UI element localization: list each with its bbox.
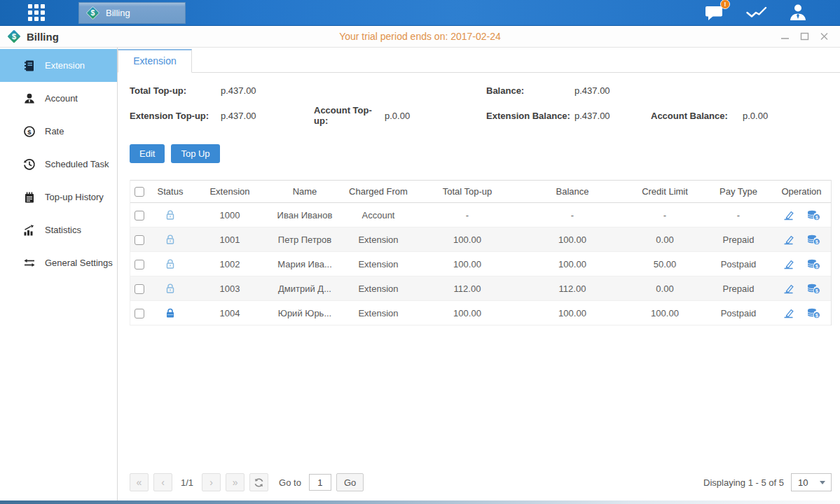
column-header-status: Status: [149, 186, 192, 197]
row-checkbox[interactable]: [135, 284, 144, 294]
sliders-icon: [23, 257, 36, 270]
table-body: 1000Иван ИвановAccount----$1001Петр Петр…: [130, 203, 831, 326]
app-grid-button[interactable]: [0, 0, 73, 25]
top-up-row-icon[interactable]: $: [806, 258, 821, 270]
first-page-button[interactable]: «: [130, 473, 149, 491]
billing-diamond-icon: $: [85, 6, 100, 20]
messages-button[interactable]: !: [705, 4, 725, 22]
ledger-icon: [23, 59, 36, 72]
column-header-operation: Operation: [772, 186, 831, 197]
summary-value: p.0.00: [385, 111, 486, 121]
page-size-select[interactable]: 10: [791, 473, 832, 491]
window-title-bar: $ Billing Your trial period ends on: 201…: [0, 26, 840, 48]
person-icon: [23, 92, 36, 105]
edit-row-icon[interactable]: [783, 283, 794, 294]
notification-badge: !: [720, 0, 730, 9]
taskbar-tab-billing[interactable]: $ Billing: [78, 2, 186, 24]
top-up-row-icon[interactable]: $: [806, 234, 821, 246]
tab-bar: Extension: [118, 49, 840, 73]
cell-charged-from: Extension: [342, 284, 415, 294]
cell-name: Дмитрий Д...: [268, 284, 342, 294]
top-up-row-icon[interactable]: $: [806, 283, 821, 295]
status-lock-open-icon: [149, 234, 192, 245]
cell-balance: 100.00: [520, 234, 625, 245]
sidebar-item-label: Account: [45, 93, 78, 104]
cell-credit-limit: 50.00: [625, 259, 705, 270]
cell-credit-limit: 0.00: [625, 284, 705, 294]
sidebar-item-label: Rate: [45, 126, 64, 136]
account-menu-button[interactable]: [788, 4, 808, 22]
bar-chart-icon: [23, 224, 36, 237]
minimize-button[interactable]: [780, 32, 790, 41]
line-chart-icon: [746, 4, 767, 21]
toolbar: Edit Top Up: [130, 144, 840, 163]
column-header-pay-type: Pay Type: [705, 186, 772, 197]
cell-charged-from: Extension: [342, 308, 415, 318]
sidebar-item-scheduled-task[interactable]: Scheduled Task: [0, 148, 117, 181]
summary-label: Account Top-up:: [314, 105, 385, 126]
summary-value: p.437.00: [574, 85, 651, 96]
row-checkbox[interactable]: [135, 260, 144, 270]
table-row: 1003Дмитрий Д...Extension112.00112.000.0…: [130, 276, 831, 301]
row-checkbox[interactable]: [135, 235, 144, 245]
summary-label: Extension Balance:: [486, 111, 574, 121]
summary-value: p.437.00: [574, 111, 651, 121]
notebook-icon: [23, 191, 36, 204]
prev-page-button[interactable]: ‹: [153, 473, 172, 491]
status-lock-closed-icon: [149, 307, 192, 318]
summary-panel: Total Top-up: p.437.00 Balance: p.437.00…: [130, 85, 832, 126]
bottom-edge-strip: [0, 500, 840, 504]
column-header-charged-from: Charged From: [342, 186, 415, 197]
sidebar-item-rate[interactable]: $ Rate: [0, 115, 117, 148]
tab-extension[interactable]: Extension: [118, 49, 192, 73]
column-header-extension: Extension: [192, 186, 268, 197]
cell-name: Иван Иванов: [268, 210, 342, 220]
cell-name: Мария Ива...: [268, 259, 342, 270]
maximize-button[interactable]: [800, 32, 809, 41]
sidebar-item-label: Statistics: [45, 225, 81, 235]
go-button[interactable]: Go: [336, 473, 364, 491]
window-title: Billing: [27, 31, 59, 43]
edit-button[interactable]: Edit: [130, 144, 165, 163]
column-header-balance: Balance: [520, 186, 625, 197]
sidebar-item-extension[interactable]: Extension: [0, 49, 117, 82]
summary-value: p.0.00: [743, 111, 832, 121]
extension-table: Status Extension Name Charged From Total…: [130, 180, 832, 326]
cell-operation: $: [772, 307, 831, 319]
sidebar-item-label: Scheduled Task: [45, 159, 109, 169]
app-grid-icon: [28, 4, 45, 21]
top-up-row-icon[interactable]: $: [806, 307, 821, 319]
select-all-checkbox[interactable]: [135, 187, 144, 197]
reports-button[interactable]: [746, 4, 767, 21]
top-up-button[interactable]: Top Up: [171, 144, 219, 163]
cell-charged-from: Extension: [342, 259, 415, 270]
sidebar-item-topup-history[interactable]: Top-up History: [0, 181, 117, 214]
user-icon: [788, 4, 808, 22]
refresh-icon: [254, 477, 264, 488]
cell-name: Петр Петров: [268, 234, 342, 245]
edit-row-icon[interactable]: [783, 234, 794, 245]
cell-operation: $: [772, 209, 831, 221]
close-button[interactable]: [820, 32, 829, 41]
edit-row-icon[interactable]: [783, 258, 794, 270]
sidebar-item-general-settings[interactable]: General Settings: [0, 246, 117, 279]
cell-extension: 1002: [192, 259, 268, 270]
sidebar-item-statistics[interactable]: Statistics: [0, 214, 117, 246]
refresh-button[interactable]: [249, 473, 268, 491]
table-row: 1002Мария Ива...Extension100.00100.0050.…: [130, 252, 831, 276]
cell-pay-type: -: [705, 210, 772, 220]
displaying-label: Displaying 1 - 5 of 5: [703, 477, 784, 488]
page-indicator: 1/1: [181, 477, 193, 488]
page-number-input[interactable]: [309, 474, 331, 491]
table-row: 1000Иван ИвановAccount----$: [130, 203, 831, 227]
last-page-button[interactable]: »: [226, 473, 245, 491]
row-checkbox[interactable]: [135, 211, 144, 220]
next-page-button[interactable]: ›: [202, 473, 221, 491]
edit-row-icon[interactable]: [783, 307, 794, 318]
row-checkbox[interactable]: [135, 309, 144, 318]
edit-row-icon[interactable]: [783, 209, 794, 220]
top-up-row-icon[interactable]: $: [806, 209, 821, 221]
sidebar-item-account[interactable]: Account: [0, 82, 117, 115]
cell-total-top-up: 100.00: [415, 234, 520, 245]
cell-extension: 1001: [192, 234, 268, 245]
